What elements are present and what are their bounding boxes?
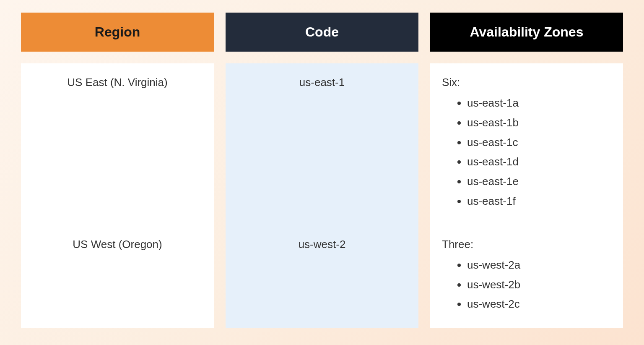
- regions-table: Region Code Availability Zones US East (…: [21, 13, 623, 328]
- header-code: Code: [226, 13, 418, 52]
- az-count-label: Six:: [442, 76, 611, 89]
- cell-availability-zones: Three: us-west-2a us-west-2b us-west-2c: [430, 225, 623, 328]
- cell-region: US East (N. Virginia): [21, 63, 214, 225]
- az-item: us-east-1f: [467, 191, 611, 211]
- az-list: us-west-2a us-west-2b us-west-2c: [442, 255, 611, 314]
- az-count-label: Three:: [442, 238, 611, 251]
- az-item: us-east-1d: [467, 152, 611, 172]
- cell-availability-zones: Six: us-east-1a us-east-1b us-east-1c us…: [430, 63, 623, 225]
- az-item: us-west-2c: [467, 294, 611, 314]
- az-item: us-west-2b: [467, 275, 611, 295]
- az-item: us-east-1c: [467, 133, 611, 152]
- az-item: us-east-1e: [467, 172, 611, 191]
- az-list: us-east-1a us-east-1b us-east-1c us-east…: [442, 93, 611, 211]
- header-availability-zones: Availability Zones: [430, 13, 623, 52]
- cell-code: us-west-2: [226, 225, 418, 328]
- az-item: us-east-1b: [467, 113, 611, 133]
- header-region: Region: [21, 13, 214, 52]
- cell-region: US West (Oregon): [21, 225, 214, 328]
- az-item: us-west-2a: [467, 255, 611, 275]
- cell-code: us-east-1: [226, 63, 418, 225]
- az-item: us-east-1a: [467, 93, 611, 113]
